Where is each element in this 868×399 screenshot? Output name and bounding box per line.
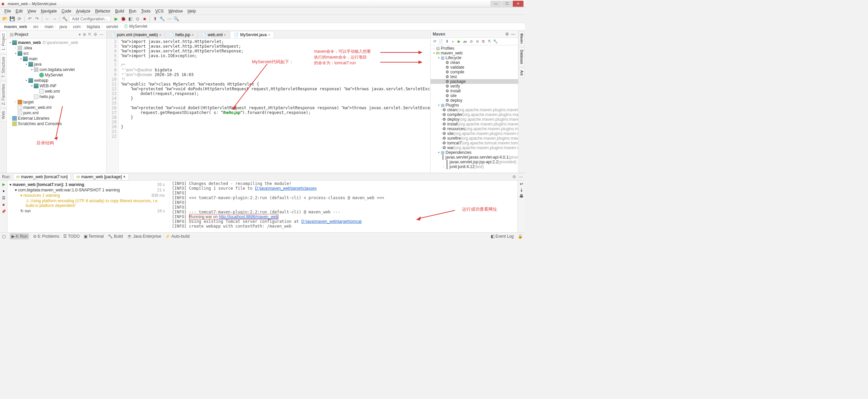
code-editor[interactable]: 2345678910111213141516171819202122 "kw">…: [107, 39, 430, 173]
editor-tab[interactable]: 📄pom.xml (maven_web)×: [107, 31, 165, 38]
project-tree[interactable]: ▾maven_webD:\java\maven_web ›.idea ▾src …: [7, 39, 106, 173]
profile-icon[interactable]: ⊙: [134, 16, 141, 22]
gear-icon[interactable]: ⚙: [504, 32, 510, 37]
tree-item[interactable]: com.bigdata.servlet: [40, 67, 75, 72]
run-maven-icon[interactable]: ▶: [456, 39, 462, 44]
chevron-down-icon[interactable]: ▾: [78, 32, 82, 37]
maven-item[interactable]: ⚙ install: [431, 89, 518, 93]
reimport-icon[interactable]: ⟳: [432, 39, 437, 44]
show-deps-icon[interactable]: ⧉: [481, 39, 486, 44]
stop-icon[interactable]: ■: [1, 202, 6, 207]
menu-refactor[interactable]: Refactor: [93, 8, 113, 14]
tree-item[interactable]: java: [34, 62, 42, 67]
crumb[interactable]: servlet: [105, 24, 119, 29]
maven-item[interactable]: ▾▦ Dependencies: [431, 150, 518, 155]
maven-item[interactable]: ›║ junit:junit:4.12 (test): [431, 164, 518, 169]
hide-icon[interactable]: —: [98, 32, 104, 37]
gear-icon[interactable]: ⚙: [93, 32, 98, 37]
bottom-tab-run[interactable]: ▶ 4: Run: [10, 233, 29, 239]
maven-item[interactable]: ⚙ validate: [431, 65, 518, 70]
tree-item[interactable]: pom.xml: [23, 111, 39, 115]
filter-icon[interactable]: ☰: [1, 195, 6, 201]
menu-view[interactable]: View: [25, 8, 39, 14]
more-icon[interactable]: ⋯: [166, 16, 172, 22]
favorites-tool-tab[interactable]: 2: Favorites: [0, 81, 7, 108]
save-icon[interactable]: 💾: [9, 16, 15, 22]
open-icon[interactable]: 📂: [2, 16, 8, 22]
stop-icon[interactable]: ■: [142, 16, 148, 22]
tree-item[interactable]: web.xml: [45, 89, 60, 94]
bottom-tab-problems[interactable]: ⊘ 6: Problems: [33, 234, 59, 239]
maven-item[interactable]: ›⚙ site (org.apache.maven.plugins:maven-…: [431, 131, 518, 136]
build-icon[interactable]: 🔨: [62, 16, 68, 22]
structure-tool-tab[interactable]: 7: Structure: [0, 54, 7, 80]
debug-icon[interactable]: 🐞: [120, 16, 126, 22]
pin-icon[interactable]: 📌: [1, 209, 6, 214]
lock-icon[interactable]: 🔒: [518, 234, 523, 239]
crumb[interactable]: Ⓒ MyServlet: [123, 24, 149, 29]
close-tab-icon[interactable]: ×: [159, 33, 161, 37]
scroll-end-icon[interactable]: ⤓: [520, 188, 523, 192]
maven-item[interactable]: ›⚙ deploy (org.apache.maven.plugins:mave…: [431, 117, 518, 122]
crumb[interactable]: main: [43, 24, 55, 29]
maven-item[interactable]: ›⚙ war (org.apache.maven.plugins:maven-w…: [431, 145, 518, 150]
bottom-tab-build[interactable]: 🔨 Build: [108, 234, 123, 239]
tree-item[interactable]: src: [23, 51, 29, 56]
undo-icon[interactable]: ↶: [27, 16, 33, 22]
run-tab[interactable]: mmaven_web [tomcat7:run]: [13, 173, 71, 180]
close-tab-icon[interactable]: ×: [268, 33, 270, 37]
maven-item[interactable]: ⚙ verify: [431, 84, 518, 89]
tree-item[interactable]: WEB-INF: [40, 84, 57, 88]
menu-vcs[interactable]: VCS: [153, 8, 166, 14]
editor-tab[interactable]: 📄MyServlet.java×: [230, 31, 274, 38]
run-icon[interactable]: ▶: [113, 16, 119, 22]
menu-code[interactable]: Code: [59, 8, 74, 14]
event-log[interactable]: ◧ Event Log: [491, 234, 514, 239]
maven-item[interactable]: ⚙ deploy: [431, 98, 518, 103]
menu-analyze[interactable]: Analyze: [74, 8, 93, 14]
generate-icon[interactable]: 📄: [438, 39, 443, 44]
run-tab[interactable]: mmaven_web [package]×: [73, 173, 128, 180]
menu-tools[interactable]: Tools: [139, 8, 153, 14]
collapse-icon[interactable]: ⇱: [87, 32, 93, 37]
menu-run[interactable]: Run: [127, 8, 139, 14]
web-tool-tab[interactable]: Web: [0, 109, 7, 121]
bottom-tab-autobuild[interactable]: ⚡ Auto-build: [165, 234, 189, 239]
tree-item[interactable]: webapp: [34, 78, 48, 83]
maven-item[interactable]: ⚙ test: [431, 74, 518, 79]
crumb[interactable]: java: [58, 24, 68, 29]
target-icon[interactable]: ⊕: [82, 32, 87, 37]
close-tab-icon[interactable]: ×: [224, 33, 226, 37]
hide-icon[interactable]: —: [510, 32, 516, 37]
maven-item[interactable]: ›⚙ compiler (org.apache.maven.plugins:ma…: [431, 112, 518, 117]
close-tab-icon[interactable]: ×: [192, 33, 194, 37]
tree-item[interactable]: hello.jsp: [40, 94, 54, 99]
download-icon[interactable]: ⬇: [444, 39, 450, 44]
menu-build[interactable]: Build: [113, 8, 127, 14]
crumb[interactable]: src: [32, 24, 40, 29]
hide-icon[interactable]: —: [519, 174, 523, 179]
maven-item[interactable]: ›⚙ resources (org.apache.maven.plugins:m…: [431, 126, 518, 131]
crumb[interactable]: maven_web: [3, 24, 28, 29]
maximize-button[interactable]: ☐: [502, 1, 512, 7]
maven-item[interactable]: ›▤ Profiles: [431, 46, 518, 51]
tree-item[interactable]: External Libraries: [18, 116, 49, 121]
maven-item[interactable]: ⚙ site: [431, 93, 518, 98]
execute-goal-icon[interactable]: m: [462, 39, 468, 44]
minimize-button[interactable]: —: [490, 1, 501, 7]
tree-item[interactable]: target: [23, 100, 34, 104]
back-icon[interactable]: ←: [44, 16, 50, 22]
search-icon[interactable]: 🔍: [173, 16, 179, 22]
add-icon[interactable]: +: [450, 39, 456, 44]
soft-wrap-icon[interactable]: ↩: [520, 182, 523, 186]
rerun-icon[interactable]: ▶: [1, 182, 6, 187]
maven-item[interactable]: ›⚙ clean (org.apache.maven.plugins:maven…: [431, 108, 518, 112]
print-icon[interactable]: 🖶: [519, 194, 524, 198]
collapse-all-icon[interactable]: ⇱: [487, 39, 492, 44]
tree-item[interactable]: main: [29, 56, 37, 61]
menu-navigate[interactable]: Navigate: [39, 8, 59, 14]
console-output[interactable]: [INFO] Changes detected - recompiling th…: [170, 181, 517, 232]
maven-item[interactable]: ║ javax.servlet.jsp:jsp-api:2.2 (provide…: [431, 160, 518, 164]
maven-item[interactable]: ⚙ compile: [431, 70, 518, 74]
maven-item[interactable]: ⚙ package: [431, 79, 518, 84]
